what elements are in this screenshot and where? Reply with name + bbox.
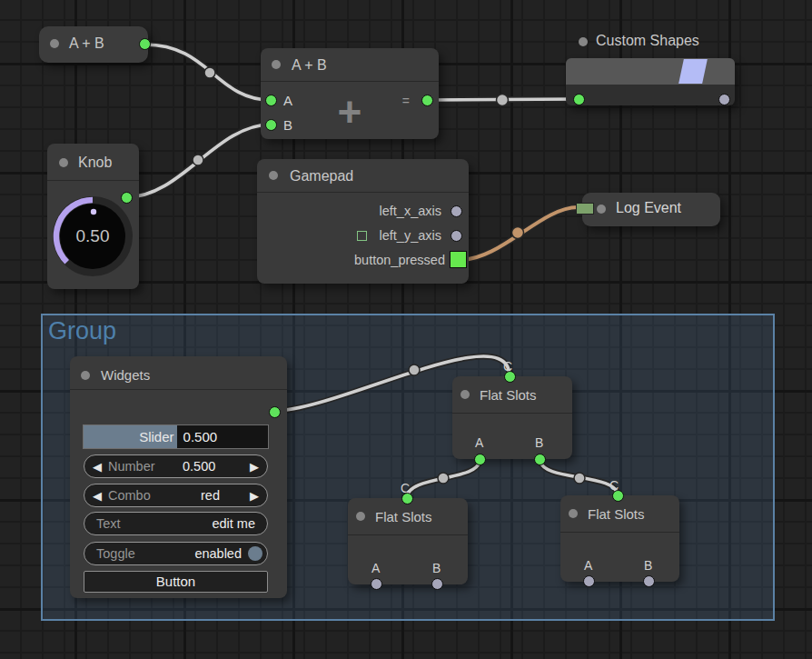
arrow-left-icon[interactable]: ◀ xyxy=(93,489,102,503)
output-slot-icon[interactable] xyxy=(121,192,133,204)
arrow-right-icon[interactable]: ▶ xyxy=(250,460,259,474)
knob-arc-layer xyxy=(47,144,139,289)
output-slot-icon[interactable] xyxy=(451,205,462,217)
slot-label-a: A xyxy=(475,435,483,450)
text-value: edit me xyxy=(212,516,255,531)
collapse-dot-icon[interactable] xyxy=(356,512,365,521)
marker-square-icon xyxy=(357,231,367,241)
event-slot-icon[interactable] xyxy=(450,251,467,268)
node-title: Gamepad xyxy=(290,168,353,185)
slot-a-icon[interactable] xyxy=(583,575,595,587)
plus-glyph: + xyxy=(261,86,439,137)
node-titlebar[interactable]: Widgets xyxy=(70,356,287,390)
node-title: Flat Slots xyxy=(375,509,432,524)
output-label: left_x_axis xyxy=(379,204,441,218)
input-slot-icon[interactable] xyxy=(573,94,585,105)
slot-a-icon[interactable] xyxy=(371,578,382,590)
custom-shapes-body[interactable] xyxy=(566,58,735,105)
node-title: Log Event xyxy=(616,200,681,216)
reroute-dot[interactable] xyxy=(497,95,509,106)
text-widget[interactable]: Text edit me xyxy=(84,512,268,535)
number-widget[interactable]: ◀ Number 0.500 ▶ xyxy=(84,454,268,478)
group-title: Group xyxy=(48,317,116,345)
collapse-dot-icon[interactable] xyxy=(81,371,90,380)
node-custom-shapes[interactable]: Custom Shapes xyxy=(566,33,735,105)
output-slot-icon[interactable] xyxy=(718,94,730,105)
toggle-widget[interactable]: Toggle enabled xyxy=(84,542,268,565)
wire-knob-to-b[interactable] xyxy=(126,125,271,197)
reroute-dot[interactable] xyxy=(512,227,524,239)
output-label-eq: = xyxy=(402,94,410,108)
event-input-slot-icon[interactable] xyxy=(576,203,594,215)
input-slot-b-icon[interactable] xyxy=(265,119,277,131)
slot-c-icon[interactable] xyxy=(504,371,516,383)
node-knob[interactable]: Knob 0.50 xyxy=(47,144,139,289)
output-slot-icon[interactable] xyxy=(269,406,281,418)
slider-widget[interactable]: Slider 0.500 xyxy=(84,425,268,448)
node-title: A + B xyxy=(292,57,327,74)
text-label: Text xyxy=(96,516,121,531)
slot-label-b: B xyxy=(644,558,652,573)
output-slot-icon[interactable] xyxy=(421,95,433,106)
slider-value: 0.500 xyxy=(183,429,218,444)
slot-a-icon[interactable] xyxy=(474,454,486,465)
slot-c-icon[interactable] xyxy=(401,493,413,504)
slot-b-icon[interactable] xyxy=(534,454,546,465)
input-slot-a-icon[interactable] xyxy=(265,95,277,106)
node-log-event[interactable]: Log Event xyxy=(582,193,720,226)
collapse-dot-icon[interactable] xyxy=(569,509,578,518)
wire-eq-to-customshapes[interactable] xyxy=(427,99,579,100)
arrow-right-icon[interactable]: ▶ xyxy=(250,489,259,503)
reroute-dot[interactable] xyxy=(193,155,203,165)
collapse-dot-icon[interactable] xyxy=(579,37,588,46)
node-flat-slots-top[interactable]: C Flat Slots A B xyxy=(452,376,572,459)
arrow-left-icon[interactable]: ◀ xyxy=(93,460,102,474)
node-ab-collapsed[interactable]: A + B xyxy=(39,26,148,63)
slot-b-icon[interactable] xyxy=(643,575,655,587)
node-flat-slots-right[interactable]: C Flat Slots A B xyxy=(560,495,679,582)
collapse-dot-icon[interactable] xyxy=(272,60,281,69)
collapse-dot-icon[interactable] xyxy=(50,39,59,48)
slider-label: Slider xyxy=(139,429,173,444)
slot-label-b: B xyxy=(432,561,441,575)
collapse-dot-icon[interactable] xyxy=(269,171,278,180)
toggle-knob-icon[interactable] xyxy=(248,546,262,561)
node-title: A + B xyxy=(69,35,104,52)
reroute-dot[interactable] xyxy=(204,67,215,78)
combo-label: Combo xyxy=(108,488,151,503)
custom-shapes-bar xyxy=(566,58,735,85)
wire-absmall-to-a[interactable] xyxy=(145,45,271,100)
slot-label-a: A xyxy=(371,561,380,575)
node-flat-slots-left[interactable]: C Flat Slots A B xyxy=(348,498,468,584)
combo-value: red xyxy=(201,488,220,503)
combo-widget[interactable]: ◀ Combo red ▶ xyxy=(84,484,268,507)
number-value: 0.500 xyxy=(183,459,215,474)
node-widgets[interactable]: Widgets Slider 0.500 ◀ Number 0.500 ▶ ◀ … xyxy=(70,356,287,598)
slot-c-icon[interactable] xyxy=(612,490,624,502)
node-title: Flat Slots xyxy=(588,506,645,522)
slot-label-a: A xyxy=(584,558,592,573)
slot-label-b: B xyxy=(535,435,543,450)
button-label: Button xyxy=(156,574,195,589)
node-title: Flat Slots xyxy=(480,387,537,403)
knob-marker-icon xyxy=(91,209,96,215)
toggle-label: Toggle xyxy=(96,546,135,561)
output-slot-icon[interactable] xyxy=(139,38,151,50)
node-ab-main[interactable]: A + B A B + = xyxy=(261,48,439,139)
output-slot-icon[interactable] xyxy=(451,230,462,242)
slot-b-icon[interactable] xyxy=(431,578,443,590)
node-titlebar[interactable]: Gamepad xyxy=(257,159,469,193)
button-widget[interactable]: Button xyxy=(84,571,268,593)
node-title: Widgets xyxy=(101,367,150,383)
node-titlebar[interactable]: A + B xyxy=(261,48,439,82)
output-label: left_y_axis xyxy=(379,228,441,243)
collapse-dot-icon[interactable] xyxy=(460,390,470,399)
node-title: Custom Shapes xyxy=(596,33,699,49)
node-gamepad[interactable]: Gamepad left_x_axis left_y_axis button_p… xyxy=(257,159,469,284)
collapse-dot-icon[interactable] xyxy=(597,205,606,214)
toggle-value: enabled xyxy=(194,546,242,561)
node-editor-canvas[interactable]: Group xyxy=(0,0,812,659)
number-label: Number xyxy=(108,459,155,474)
wire-buttonpressed-to-logevent[interactable] xyxy=(460,207,578,260)
output-label: button_pressed xyxy=(354,253,445,267)
